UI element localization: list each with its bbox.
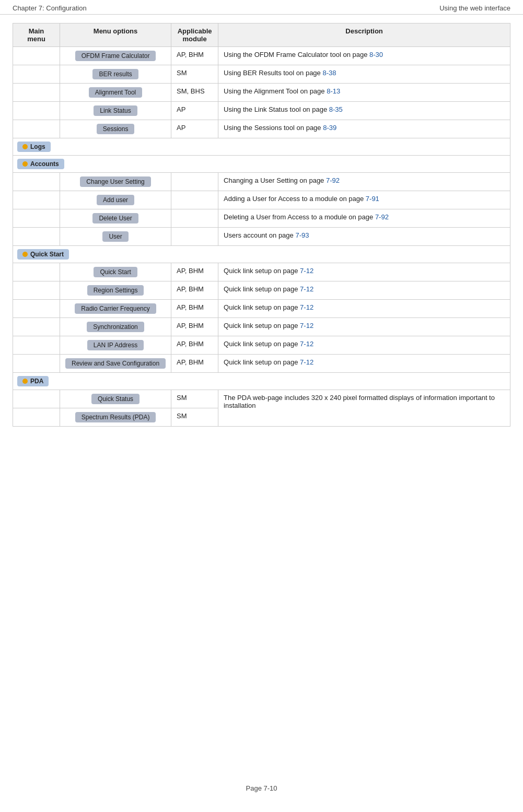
desc-text: The PDA web-page includes 320 x 240 pixe…	[224, 394, 495, 409]
table-row: Add user Adding a User for Access to a m…	[13, 191, 510, 209]
table-row: Review and Save Configuration AP, BHM Qu…	[13, 355, 510, 373]
menu-option-cell: Delete User	[60, 209, 171, 228]
menu-button[interactable]: Radio Carrier Frequency	[75, 303, 156, 314]
description-cell: Quick link setup on page 7-12	[218, 281, 510, 300]
menu-button[interactable]: Change User Setting	[80, 176, 150, 187]
section-label: Logs	[30, 143, 45, 150]
module-cell	[171, 209, 218, 228]
col-header-module: Applicable module	[171, 23, 218, 47]
desc-link[interactable]: 7-91	[366, 195, 379, 203]
desc-link[interactable]: 7-12	[300, 358, 313, 366]
table-row: Region Settings AP, BHM Quick link setup…	[13, 281, 510, 300]
menu-button[interactable]: Alignment Tool	[89, 87, 143, 98]
table-row: Sessions AP Using the Sessions tool on p…	[13, 120, 510, 138]
menu-option-cell: OFDM Frame Calculator	[60, 47, 171, 65]
desc-link[interactable]: 7-93	[295, 231, 309, 239]
module-cell: SM	[171, 65, 218, 84]
main-menu-cell	[13, 355, 60, 373]
menu-option-cell: Change User Setting	[60, 173, 171, 191]
table-header-row: Main menu Menu options Applicable module…	[13, 23, 510, 47]
main-menu-cell	[13, 84, 60, 102]
menu-option-cell: LAN IP Address	[60, 336, 171, 355]
module-cell: AP	[171, 102, 218, 120]
main-menu-cell	[13, 47, 60, 65]
desc-link[interactable]: 8-30	[369, 51, 383, 58]
badge-dot	[22, 252, 28, 257]
module-cell	[171, 191, 218, 209]
menu-option-cell: User	[60, 228, 171, 246]
menu-button[interactable]: BER results	[92, 69, 138, 79]
description-cell: Quick link setup on page 7-12	[218, 300, 510, 318]
badge-dot	[22, 379, 28, 384]
description-cell: The PDA web-page includes 320 x 240 pixe…	[218, 390, 510, 427]
menu-button[interactable]: Sessions	[97, 124, 135, 134]
module-cell: SM	[171, 390, 218, 408]
menu-button[interactable]: LAN IP Address	[87, 340, 144, 350]
description-cell: Changing a User Setting on page 7-92	[218, 173, 510, 191]
main-menu-cell	[13, 228, 60, 246]
main-menu-cell	[13, 102, 60, 120]
desc-text: Quick link setup on page	[224, 267, 300, 275]
desc-text: Quick link setup on page	[224, 358, 300, 366]
desc-link[interactable]: 7-92	[375, 213, 389, 221]
menu-button[interactable]: Review and Save Configuration	[65, 358, 166, 369]
desc-text: Users account on page	[224, 231, 295, 239]
main-content: Main menu Menu options Applicable module…	[0, 15, 523, 435]
menu-button[interactable]: Synchronization	[87, 322, 144, 332]
desc-link[interactable]: 7-12	[300, 303, 313, 311]
table-row: Alignment Tool SM, BHS Using the Alignme…	[13, 84, 510, 102]
section-label: Accounts	[30, 160, 59, 168]
menu-button[interactable]: Quick Status	[91, 394, 140, 404]
menu-button[interactable]: Quick Start	[94, 267, 137, 277]
section-badge: Logs	[17, 142, 51, 152]
page-footer: Page 7-10	[0, 775, 523, 802]
chapter-title: Chapter 7: Configuration	[13, 4, 87, 12]
desc-link[interactable]: 7-12	[300, 322, 313, 329]
col-header-main: Main menu	[13, 23, 60, 47]
table-row: Link Status AP Using the Link Status too…	[13, 102, 510, 120]
module-cell: AP	[171, 120, 218, 138]
section-label: Quick Start	[30, 251, 64, 258]
menu-button[interactable]: Spectrum Results (PDA)	[75, 412, 156, 422]
desc-text: Quick link setup on page	[224, 303, 300, 311]
menu-button[interactable]: Region Settings	[87, 285, 144, 296]
desc-text: Deleting a User from Access to a module …	[224, 213, 375, 221]
menu-button[interactable]: OFDM Frame Calculator	[75, 51, 156, 61]
desc-text: Quick link setup on page	[224, 340, 300, 348]
menu-option-cell: Add user	[60, 191, 171, 209]
desc-text: Using the Sessions tool on page	[224, 124, 323, 132]
main-table: Main menu Menu options Applicable module…	[13, 23, 510, 427]
desc-link[interactable]: 8-13	[327, 87, 340, 95]
menu-option-cell: Spectrum Results (PDA)	[60, 408, 171, 427]
menu-button[interactable]: Link Status	[94, 105, 137, 116]
desc-link[interactable]: 7-12	[300, 340, 313, 348]
main-menu-cell	[13, 65, 60, 84]
desc-link[interactable]: 7-12	[300, 285, 313, 293]
menu-option-cell: Alignment Tool	[60, 84, 171, 102]
module-cell: AP, BHM	[171, 336, 218, 355]
table-row: Logs	[13, 138, 510, 156]
description-cell: Using the Alignment Tool on page 8-13	[218, 84, 510, 102]
desc-link[interactable]: 8-38	[322, 69, 336, 77]
table-row: Delete User Deleting a User from Access …	[13, 209, 510, 228]
menu-button[interactable]: Add user	[97, 195, 134, 205]
desc-link[interactable]: 7-92	[326, 176, 340, 184]
main-menu-cell	[13, 318, 60, 336]
menu-option-cell: Synchronization	[60, 318, 171, 336]
section-header-cell: Quick Start	[13, 246, 510, 263]
desc-text: Using the Link Status tool on page	[224, 105, 329, 113]
desc-link[interactable]: 8-35	[329, 105, 343, 113]
main-menu-cell	[13, 281, 60, 300]
desc-link[interactable]: 8-39	[323, 124, 336, 132]
menu-button[interactable]: Delete User	[92, 213, 138, 223]
section-badge: Accounts	[17, 159, 64, 169]
section-header-cell: Logs	[13, 138, 510, 156]
section-title: Using the web interface	[439, 4, 510, 12]
description-cell: Quick link setup on page 7-12	[218, 318, 510, 336]
badge-dot	[22, 161, 28, 167]
desc-link[interactable]: 7-12	[300, 267, 313, 275]
table-row: Accounts	[13, 156, 510, 173]
section-header-cell: Accounts	[13, 156, 510, 173]
desc-text: Using BER Results tool on page	[224, 69, 322, 77]
menu-button[interactable]: User	[102, 231, 128, 242]
